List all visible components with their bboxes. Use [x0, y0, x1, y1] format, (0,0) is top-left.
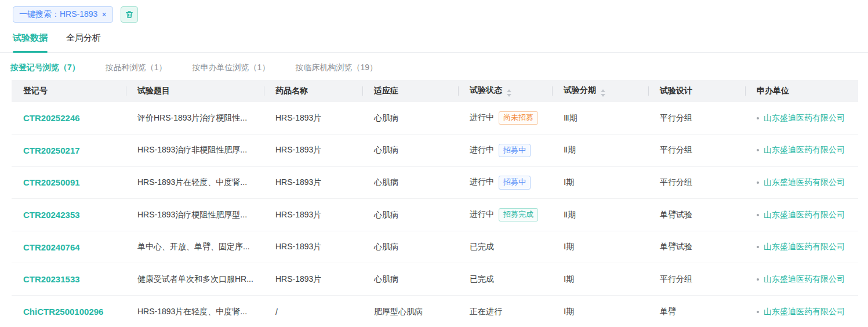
sponsor-cell: 山东盛迪医药有限公司	[745, 102, 858, 135]
registration-link[interactable]: ChiCTR2500100296	[23, 307, 103, 317]
trial-title-cell: HRS-1893片在轻度、中度肾...	[126, 166, 264, 199]
status-cell: 进行中招募完成	[458, 199, 552, 231]
status-cell: 已完成	[458, 231, 552, 263]
phase-cell: Ⅰ期	[552, 231, 648, 263]
trial-title-cell: 评价HRS-1893片治疗梗阻性...	[126, 102, 264, 135]
status-text: 进行中	[470, 145, 494, 154]
registration-link[interactable]: CTR20250217	[23, 146, 80, 155]
sponsor-link[interactable]: 山东盛迪医药有限公司	[764, 274, 845, 285]
sort-status-icon[interactable]	[507, 89, 511, 97]
status-text: 进行中	[470, 177, 494, 186]
col-header-registration: 登记号	[12, 80, 126, 102]
table-row: CTR20250091 HRS-1893片在轻度、中度肾... HRS-1893…	[12, 166, 858, 199]
design-cell: 平行分组	[648, 135, 745, 167]
drug-name-cell: HRS-1893片	[264, 166, 362, 199]
status-badge: 尚未招募	[499, 111, 538, 125]
col-header-phase: 试验分期	[552, 80, 648, 102]
design-cell: 单臂试验	[648, 199, 745, 231]
phase-cell: Ⅰ期	[552, 296, 648, 327]
sponsor-link[interactable]: 山东盛迪医药有限公司	[764, 307, 845, 317]
registration-link[interactable]: CTR20250091	[23, 177, 80, 187]
table-row: ChiCTR2500100296 HRS-1893片在轻度、中度肾... / 肥…	[12, 296, 858, 327]
delete-search-button[interactable]	[121, 6, 138, 23]
indication-cell: 心肌病	[362, 102, 458, 135]
status-cell: 进行中招募中	[458, 135, 552, 167]
registration-link[interactable]: CTR20242353	[23, 210, 80, 220]
status-badge: 招募中	[499, 144, 531, 157]
sponsor-bullet-icon	[757, 181, 759, 184]
trials-table: 登记号 试验题目 药品名称 适应症 试验状态 试验分期 试验设计 申办单位 CT…	[12, 80, 858, 327]
subtab-by-registration[interactable]: 按登记号浏览（7）	[10, 63, 80, 73]
status-text: 正在进行	[470, 307, 502, 316]
phase-cell: Ⅰ期	[552, 166, 648, 199]
sponsor-link[interactable]: 山东盛迪医药有限公司	[764, 113, 845, 123]
drug-name-cell: HRS-1893片	[264, 102, 362, 135]
sponsor-link[interactable]: 山东盛迪医药有限公司	[764, 177, 845, 188]
table-row: CTR20240764 单中心、开放、单臂、固定序... HRS-1893片 心…	[12, 231, 858, 263]
tab-trial-data[interactable]: 试验数据	[13, 32, 48, 52]
col-header-design: 试验设计	[648, 80, 745, 102]
table-header: 登记号 试验题目 药品名称 适应症 试验状态 试验分期 试验设计 申办单位	[12, 80, 858, 102]
table-row: CTR20250217 HRS-1893治疗非梗阻性肥厚... HRS-1893…	[12, 135, 858, 167]
registration-link[interactable]: CTR20231533	[23, 274, 80, 284]
col-header-indication: 适应症	[362, 80, 458, 102]
sponsor-bullet-icon	[757, 214, 759, 216]
design-cell: 平行分组	[648, 102, 745, 135]
sponsor-cell: 山东盛迪医药有限公司	[745, 166, 858, 199]
tab-global-analysis[interactable]: 全局分析	[66, 32, 101, 52]
drug-name-cell: /	[264, 296, 362, 327]
sponsor-link[interactable]: 山东盛迪医药有限公司	[764, 242, 845, 252]
table-body: CTR20252246 评价HRS-1893片治疗梗阻性... HRS-1893…	[12, 102, 858, 327]
trials-table-wrap: 登记号 试验题目 药品名称 适应症 试验状态 试验分期 试验设计 申办单位 CT…	[12, 80, 858, 327]
sponsor-bullet-icon	[757, 246, 759, 248]
sponsor-cell: 山东盛迪医药有限公司	[745, 296, 858, 327]
drug-name-cell: HRS-1893片	[264, 231, 362, 263]
main-tabs: 试验数据 全局分析	[0, 24, 868, 53]
sponsor-cell: 山东盛迪医药有限公司	[745, 199, 858, 231]
status-text: 已完成	[470, 274, 494, 284]
phase-cell: Ⅱ期	[552, 199, 648, 231]
sponsor-bullet-icon	[757, 117, 759, 119]
phase-cell: Ⅰ期	[552, 263, 648, 296]
status-cell: 已完成	[458, 263, 552, 296]
trial-title-cell: HRS-1893治疗非梗阻性肥厚...	[126, 135, 264, 167]
search-tag[interactable]: 一键搜索：HRS-1893 ×	[13, 6, 113, 23]
drug-name-cell: HRS-1893片	[264, 263, 362, 296]
col-header-title: 试验题目	[126, 80, 264, 102]
col-header-drug: 药品名称	[264, 80, 362, 102]
trash-icon	[125, 10, 134, 19]
search-tag-label: 一键搜索：HRS-1893	[19, 9, 97, 20]
subtab-by-variety[interactable]: 按品种浏览（1）	[106, 63, 167, 73]
trial-title-cell: HRS-1893治疗梗阻性肥厚型...	[126, 199, 264, 231]
registration-link[interactable]: CTR20252246	[23, 113, 80, 123]
drug-name-cell: HRS-1893片	[264, 199, 362, 231]
sponsor-link[interactable]: 山东盛迪医药有限公司	[764, 145, 845, 155]
close-icon[interactable]: ×	[101, 10, 106, 19]
sponsor-bullet-icon	[757, 278, 759, 281]
subtab-by-institution[interactable]: 按临床机构浏览（19）	[295, 63, 377, 73]
sub-tabs: 按登记号浏览（7） 按品种浏览（1） 按申办单位浏览（1） 按临床机构浏览（19…	[0, 53, 868, 80]
phase-cell: Ⅱ期	[552, 135, 648, 167]
sponsor-bullet-icon	[757, 149, 759, 151]
drug-name-cell: HRS-1893片	[264, 135, 362, 167]
indication-cell: 心肌病	[362, 263, 458, 296]
design-cell: 单臂试验	[648, 231, 745, 263]
design-cell: 平行分组	[648, 166, 745, 199]
sponsor-link[interactable]: 山东盛迪医药有限公司	[764, 210, 845, 220]
indication-cell: 肥厚型心肌病	[362, 296, 458, 327]
trial-title-cell: 健康受试者单次和多次口服HR...	[126, 263, 264, 296]
indication-cell: 心肌病	[362, 166, 458, 199]
status-cell: 进行中招募中	[458, 166, 552, 199]
table-row: CTR20231533 健康受试者单次和多次口服HR... HRS-1893片 …	[12, 263, 858, 296]
status-text: 进行中	[470, 112, 494, 122]
design-cell: 单臂	[648, 296, 745, 327]
status-text: 已完成	[470, 242, 494, 251]
status-badge: 招募中	[499, 176, 531, 189]
indication-cell: 心肌病	[362, 199, 458, 231]
col-header-status: 试验状态	[458, 80, 552, 102]
subtab-by-sponsor[interactable]: 按申办单位浏览（1）	[193, 63, 270, 73]
sort-phase-icon[interactable]	[601, 89, 605, 97]
registration-link[interactable]: CTR20240764	[23, 242, 80, 252]
design-cell: 平行分组	[648, 263, 745, 296]
sponsor-cell: 山东盛迪医药有限公司	[745, 135, 858, 167]
